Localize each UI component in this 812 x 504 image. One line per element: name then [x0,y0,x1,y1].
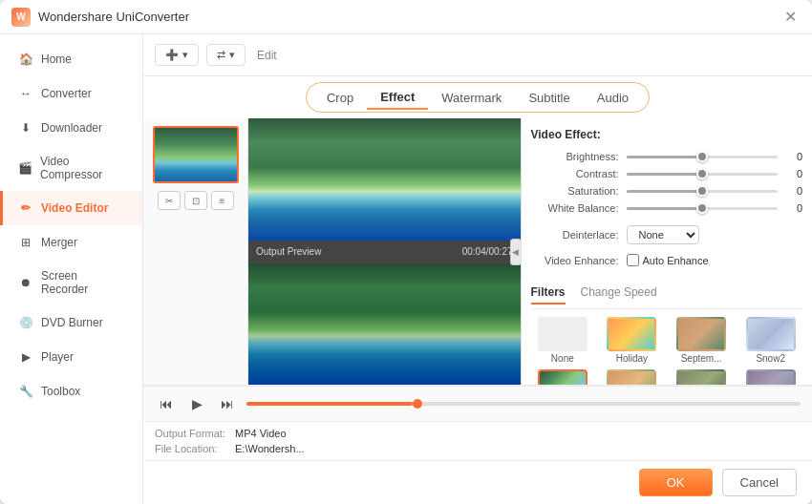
effects-title: Video Effect: [531,128,803,141]
filter-holiday-label: Holiday [616,353,648,364]
edit-label: Edit [257,49,277,62]
preview-top [248,118,521,241]
contrast-value: 0 [783,168,802,179]
brightness-value: 0 [783,151,802,162]
title-bar: W Wondershare UniConverter ✕ [0,0,812,34]
tab-audio[interactable]: Audio [584,87,642,109]
white-balance-label: White Balance: [531,202,627,214]
toolbox-icon: 🔧 [18,384,33,399]
collapse-button[interactable]: ◀ [510,239,522,265]
filter-holiday-thumb [607,317,656,351]
filter-willow[interactable]: Willow [670,369,734,385]
add-file-button[interactable]: ➕ ▾ [155,44,199,66]
app-title: Wondershare UniConverter [38,10,189,24]
brightness-slider[interactable] [627,156,779,158]
enhance-checkbox[interactable] [627,254,639,266]
deinterlace-select[interactable]: None Blend Bob Discard [627,225,699,244]
filter-none-label: None [551,353,574,364]
brightness-label: Brightness: [531,151,627,162]
filter-simpleel[interactable]: SimpleEl... [738,369,802,385]
output-preview-video [248,263,521,386]
cancel-button[interactable]: Cancel [722,469,797,496]
output-info: Output Format: MP4 Video File Location: … [143,421,812,460]
filter-sunkissed[interactable]: Sunkissed [600,369,664,385]
filters-grid: None Holiday Septem... [531,317,803,385]
contrast-row: Contrast: 0 [531,168,803,179]
filter-snow2-thumb [746,317,796,351]
ok-button[interactable]: OK [639,469,713,496]
close-button[interactable]: ✕ [780,8,801,26]
tab-watermark[interactable]: Watermark [428,87,515,109]
white-balance-row: White Balance: 0 [531,202,803,214]
sidebar-item-home[interactable]: 🏠 Home [0,42,142,76]
effects-panel: Video Effect: Brightness: 0 Contrast: [522,118,813,385]
filter-tab-speed[interactable]: Change Speed [581,285,657,304]
sidebar-item-video-editor[interactable]: ✏ Video Editor [0,191,142,225]
white-balance-slider[interactable] [627,207,779,210]
downloader-icon: ⬇ [18,120,33,136]
filter-none[interactable]: None [531,317,595,364]
filter-aibao[interactable]: Aibao [531,369,595,385]
enhance-row: Video Enhance: Auto Enhance [531,254,803,266]
cut-tool[interactable]: ✂ [158,191,181,210]
split-tool[interactable]: ⊡ [184,191,207,210]
next-button[interactable]: ⏭ [216,392,239,415]
tab-subtitle[interactable]: Subtitle [515,87,583,109]
toolbar: ➕ ▾ ⇄ ▾ Edit [143,34,812,76]
thumbnails-panel: ✂ ⊡ ≡ [143,118,248,385]
sidebar-label-compressor: Video Compressor [40,155,127,181]
sidebar-item-merger[interactable]: ⊞ Merger [0,225,142,260]
brightness-row: Brightness: 0 [531,151,803,162]
content-area: ➕ ▾ ⇄ ▾ Edit Crop Effect Watermark Subti… [143,34,812,504]
main-layout: 🏠 Home ↔ Converter ⬇ Downloader 🎬 Video … [0,34,812,504]
filter-holiday[interactable]: Holiday [600,317,664,364]
location-row: File Location: E:\Wondersh... [155,441,801,456]
enhance-text: Auto Enhance [643,255,709,266]
filter-none-thumb [538,317,588,351]
home-icon: 🏠 [18,52,33,67]
sidebar-item-converter[interactable]: ↔ Converter [0,76,142,111]
merger-icon: ⊞ [18,235,33,250]
location-label: File Location: [155,443,231,454]
sidebar-item-screen-recorder[interactable]: ⏺ Screen Recorder [0,260,142,305]
filter-tab-filters[interactable]: Filters [531,285,566,304]
bottom-bar: OK Cancel [143,460,812,504]
title-bar-left: W Wondershare UniConverter [11,8,189,27]
sidebar-item-video-compressor[interactable]: 🎬 Video Compressor [0,145,142,191]
format-row: Output Format: MP4 Video [155,426,801,441]
thumbnail-item[interactable] [153,126,239,183]
tab-strip: Crop Effect Watermark Subtitle Audio [306,82,650,113]
compressor-icon: 🎬 [18,160,32,176]
sidebar-label-downloader: Downloader [41,121,102,135]
convert-button[interactable]: ⇄ ▾ [206,44,246,66]
saturation-label: Saturation: [531,185,627,197]
sidebar-label-player: Player [41,350,74,364]
format-label: Output Format: [155,428,231,439]
sidebar-label-converter: Converter [41,87,92,100]
deinterlace-row: Deinterlace: None Blend Bob Discard [531,225,803,244]
sidebar-label-dvd: DVD Burner [41,316,103,329]
top-section: ✂ ⊡ ≡ Output Preview 00:04/00:27 [143,118,812,385]
prev-button[interactable]: ⏮ [155,392,178,415]
sidebar-item-downloader[interactable]: ⬇ Downloader [0,111,142,145]
progress-bar[interactable] [246,402,801,406]
sidebar-item-dvd-burner[interactable]: 💿 DVD Burner [0,305,142,340]
saturation-slider[interactable] [627,190,779,193]
play-button[interactable]: ▶ [185,392,208,415]
converter-icon: ↔ [18,86,33,101]
sidebar-item-toolbox[interactable]: 🔧 Toolbox [0,374,142,409]
playback-controls: ⏮ ▶ ⏭ [143,386,812,421]
contrast-slider[interactable] [627,173,779,176]
filter-simpleel-thumb [746,369,796,385]
bottom-controls: ⏮ ▶ ⏭ Output Format: MP4 Video [143,385,812,460]
window-controls: ✕ [780,8,801,26]
sidebar-item-player[interactable]: ▶ Player [0,340,142,374]
sidebar-label-merger: Merger [41,236,77,249]
convert-icon: ⇄ [217,49,225,61]
filter-snow2[interactable]: Snow2 [738,317,802,364]
more-tool[interactable]: ≡ [211,191,234,210]
tab-effect[interactable]: Effect [367,86,428,110]
location-value: E:\Wondersh... [235,443,305,454]
tab-crop[interactable]: Crop [313,87,367,109]
filter-september[interactable]: Septem... [670,317,734,364]
